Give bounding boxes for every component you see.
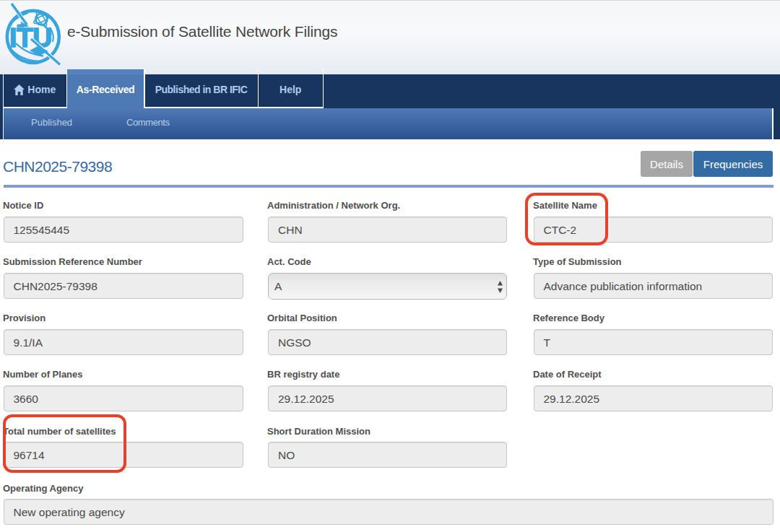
svg-text:ITU: ITU bbox=[9, 22, 52, 53]
